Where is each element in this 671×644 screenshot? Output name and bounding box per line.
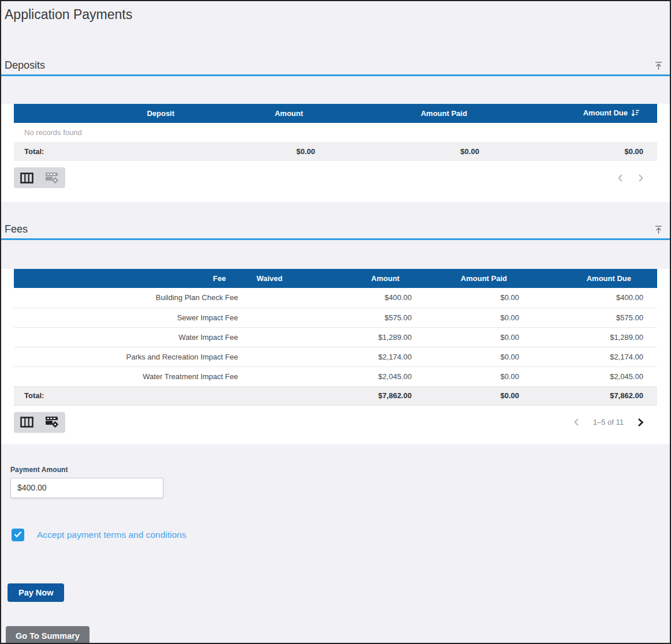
fees-total-paid: $0.00 [426, 386, 533, 405]
fees-header-row: Fee Waived Amount Amount Paid Amount Due [14, 269, 657, 288]
fee-name: Building Plan Check Fee [14, 288, 252, 308]
fees-grid-settings-button[interactable] [45, 416, 59, 428]
pay-now-button[interactable]: Pay Now [8, 583, 64, 602]
fee-paid: $0.00 [426, 366, 533, 386]
deposits-total-label: Total: [14, 142, 200, 161]
deposits-toolbar [14, 167, 65, 188]
fees-total-label: Total: [14, 386, 252, 405]
table-gear-icon [45, 177, 59, 186]
terms-checkbox[interactable] [12, 529, 24, 541]
deposits-empty-row: No records found [14, 123, 657, 142]
go-to-summary-button[interactable]: Go To Summary [6, 626, 90, 644]
deposits-col-amount-paid[interactable]: Amount Paid [329, 104, 493, 123]
page-title: Application Payments [5, 7, 670, 23]
fee-name: Parks and Recreation Impact Fee [14, 347, 252, 366]
deposits-col-deposit[interactable]: Deposit [14, 104, 200, 123]
terms-row: Accept payment terms and conditions [12, 529, 661, 541]
deposits-total-amount: $0.00 [200, 142, 329, 161]
fee-amount: $1,289.00 [308, 327, 426, 347]
deposits-section: Deposits Deposit Amount Amount Paid Amou… [1, 59, 670, 202]
fee-paid: $0.00 [426, 327, 533, 347]
payment-amount-label: Payment Amount [10, 466, 68, 474]
columns-grid-icon [20, 177, 33, 185]
fees-collapse-button[interactable] [653, 224, 664, 235]
deposits-prev-page-button[interactable] [617, 174, 624, 182]
fee-row: Parks and Recreation Impact Fee $2,174.0… [14, 347, 657, 366]
fees-col-waived[interactable]: Waived [252, 269, 308, 288]
chevron-right-icon [637, 175, 644, 184]
fee-amount: $2,174.00 [308, 347, 426, 366]
deposits-col-amount-due-label: Amount Due [583, 108, 628, 117]
fees-panel: Fee Waived Amount Amount Paid Amount Due… [1, 269, 670, 444]
fees-table: Fee Waived Amount Amount Paid Amount Due… [14, 269, 657, 406]
fee-amount: $2,045.00 [308, 366, 426, 386]
fee-due: $575.00 [533, 308, 657, 327]
fees-pager: 1–5 of 11 [573, 418, 657, 427]
fee-due: $2,174.00 [533, 347, 657, 366]
deposits-header-row: Deposit Amount Amount Paid Amount Due [14, 104, 657, 123]
fee-paid: $0.00 [426, 347, 533, 366]
fees-grid-footer: 1–5 of 11 [14, 412, 657, 433]
deposits-section-header: Deposits [1, 59, 670, 76]
fee-paid: $0.00 [426, 288, 533, 308]
fees-total-row: Total: $7,862.00 $0.00 $7,862.00 [14, 386, 657, 405]
deposits-collapse-button[interactable] [653, 60, 664, 72]
fee-waived [252, 308, 308, 327]
fee-row: Building Plan Check Fee $400.00 $0.00 $4… [14, 288, 657, 308]
fees-next-page-button[interactable] [636, 418, 644, 427]
fee-due: $1,289.00 [533, 327, 657, 347]
fee-due: $2,045.00 [533, 366, 657, 386]
fee-row: Water Impact Fee $1,289.00 $0.00 $1,289.… [14, 327, 657, 347]
fee-name: Water Treatment Impact Fee [14, 366, 252, 386]
collapse-up-icon [654, 227, 663, 236]
table-gear-icon [45, 421, 59, 430]
fees-section: Fees Fee Waived Amount Amount Paid Amoun… [1, 223, 670, 444]
fees-total-due: $7,862.00 [533, 386, 657, 405]
deposits-panel: Deposit Amount Amount Paid Amount Due No… [1, 104, 670, 202]
fees-col-amount[interactable]: Amount [308, 269, 426, 288]
deposits-grid-settings-button[interactable] [45, 172, 59, 184]
fee-name: Water Impact Fee [14, 327, 252, 347]
fee-waived [252, 366, 308, 386]
fee-row: Sewer Impact Fee $575.00 $0.00 $575.00 [14, 308, 657, 327]
deposits-col-amount-due[interactable]: Amount Due [493, 104, 657, 123]
deposits-next-page-button[interactable] [637, 174, 644, 182]
deposits-total-due: $0.00 [493, 142, 657, 161]
fees-heading: Fees [5, 223, 28, 235]
fee-waived [252, 288, 308, 308]
pager-range-text: 1–5 of 11 [593, 418, 624, 426]
payment-amount-input[interactable] [10, 478, 163, 498]
chevron-left-icon [573, 420, 580, 428]
deposits-table: Deposit Amount Amount Paid Amount Due No… [14, 104, 657, 161]
fees-total-amount: $7,862.00 [308, 386, 426, 405]
fees-col-amount-due[interactable]: Amount Due [533, 269, 657, 288]
fee-waived [252, 327, 308, 347]
deposits-column-chooser-button[interactable] [20, 173, 33, 184]
chevron-right-icon [636, 420, 644, 429]
fee-waived [252, 347, 308, 366]
fees-section-header: Fees [1, 223, 670, 240]
sort-descending-icon [631, 110, 640, 119]
deposits-pager [617, 174, 657, 182]
collapse-up-icon [654, 63, 663, 72]
checkmark-icon [14, 530, 22, 540]
fee-amount: $575.00 [308, 308, 426, 327]
fee-amount: $400.00 [308, 288, 426, 308]
fee-row: Water Treatment Impact Fee $2,045.00 $0.… [14, 366, 657, 386]
deposits-col-amount[interactable]: Amount [200, 104, 329, 123]
fees-total-waived [252, 386, 308, 405]
payment-area: Payment Amount Accept payment terms and … [1, 444, 670, 644]
deposits-total-paid: $0.00 [329, 142, 493, 161]
chevron-left-icon [617, 175, 624, 184]
fees-col-fee[interactable]: Fee [14, 269, 252, 288]
application-payments-page: Application Payments Deposits Deposit Am… [0, 0, 671, 644]
fee-due: $400.00 [533, 288, 657, 308]
deposits-total-row: Total: $0.00 $0.00 $0.00 [14, 142, 657, 161]
fees-prev-page-button[interactable] [573, 418, 580, 426]
terms-label[interactable]: Accept payment terms and conditions [37, 530, 186, 540]
fee-paid: $0.00 [426, 308, 533, 327]
fees-col-amount-paid[interactable]: Amount Paid [426, 269, 533, 288]
fee-name: Sewer Impact Fee [14, 308, 252, 327]
fees-column-chooser-button[interactable] [20, 417, 33, 428]
columns-grid-icon [20, 421, 33, 429]
